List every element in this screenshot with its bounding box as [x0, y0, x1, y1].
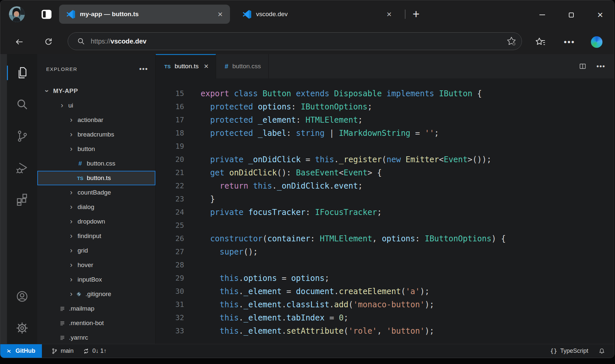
activity-extensions-icon[interactable] — [7, 184, 37, 215]
tree-item-mention-bot[interactable]: .mention-bot — [37, 316, 155, 330]
code-line-23[interactable]: 23 } — [156, 193, 614, 206]
line-number: 24 — [156, 206, 184, 219]
remote-indicator[interactable]: GitHub — [0, 344, 42, 358]
code-line-19[interactable]: 19 — [156, 140, 614, 153]
add-favorite-icon[interactable] — [506, 36, 517, 47]
tree-item-inputbox[interactable]: ›inputBox — [37, 272, 155, 287]
branch-label: main — [61, 348, 74, 354]
minimize-button[interactable] — [535, 8, 549, 21]
chevron-right-icon[interactable]: › — [68, 218, 75, 225]
close-icon[interactable]: × — [204, 62, 209, 70]
code-line-29[interactable]: 29 this.options = options; — [156, 272, 614, 285]
code-line-20[interactable]: 20 private _onDidClick = this._register(… — [156, 153, 614, 166]
maximize-button[interactable] — [565, 8, 578, 21]
split-editor-icon[interactable] — [579, 62, 587, 70]
tab-close-icon[interactable]: × — [385, 9, 393, 19]
code-line-15[interactable]: 15export class Button extends Disposable… — [156, 87, 614, 100]
chevron-right-icon[interactable]: › — [68, 189, 75, 196]
tree-item-button.ts[interactable]: TSbutton.ts — [37, 171, 155, 185]
line-number: 18 — [156, 127, 184, 140]
copilot-icon[interactable] — [591, 36, 602, 48]
code-line-25[interactable]: 25 — [156, 219, 614, 232]
code-line-24[interactable]: 24 private focusTracker: IFocusTracker; — [156, 206, 614, 219]
url-text[interactable]: https://vscode.dev — [91, 38, 146, 45]
close-window-button[interactable]: × — [594, 8, 607, 21]
chevron-right-icon[interactable]: › — [68, 261, 75, 269]
code-line-text: this.options = options; — [201, 272, 329, 285]
code-line-30[interactable]: 30 this._element = document.createElemen… — [156, 285, 614, 298]
code-line-21[interactable]: 21 get onDidClick(): BaseEvent<Event> { — [156, 166, 614, 179]
language-indicator[interactable]: {} TypeScript — [550, 348, 588, 354]
tree-item-my-app[interactable]: ›MY-APP — [37, 84, 155, 98]
favorites-icon[interactable] — [534, 35, 547, 48]
file-file-icon — [58, 334, 66, 341]
tree-item-dialog[interactable]: ›dialog — [37, 200, 155, 214]
tree-item-dropdown[interactable]: ›dropdown — [37, 214, 155, 229]
tree-item-mailmap[interactable]: .mailmap — [37, 301, 155, 316]
tree-item-hover[interactable]: ›hover — [37, 258, 155, 272]
back-button[interactable] — [13, 35, 26, 48]
editor-tab-button-ts[interactable]: TS button.ts × — [156, 54, 216, 78]
code-line-26[interactable]: 26 constructor(container: HTMLElement, o… — [156, 232, 614, 245]
chevron-down-icon[interactable]: › — [43, 87, 50, 95]
chevron-right-icon[interactable]: › — [68, 232, 75, 240]
tree-item-actionbar[interactable]: ›actionbar — [37, 113, 155, 127]
code-line-16[interactable]: 16 protected options: IButtonOptions; — [156, 100, 614, 113]
code-line-28[interactable]: 28 — [156, 258, 614, 272]
code-line-18[interactable]: 18 protected _label: string | IMarkdownS… — [156, 127, 614, 140]
activity-files-icon[interactable] — [7, 57, 37, 89]
code-line-17[interactable]: 17 protected _element: HTMLElement; — [156, 113, 614, 127]
search-icon — [77, 37, 85, 46]
workspaces-icon[interactable] — [39, 7, 54, 21]
sync-indicator[interactable]: 0↓ 1↑ — [83, 348, 107, 354]
tree-item-breadcrumbs[interactable]: ›breadcrumbs — [37, 127, 155, 142]
tab-close-icon[interactable]: × — [216, 9, 224, 19]
code-line-32[interactable]: 32 this._element.tabIndex = 0; — [156, 311, 614, 324]
line-number: 20 — [156, 153, 184, 166]
address-bar[interactable]: https://vscode.dev — [68, 32, 522, 50]
chevron-right-icon[interactable]: › — [68, 247, 75, 254]
activity-settings-icon[interactable] — [7, 312, 37, 344]
chevron-right-icon[interactable]: › — [68, 276, 75, 283]
chevron-right-icon[interactable]: › — [68, 145, 75, 153]
tree-item-button.css[interactable]: #button.css — [37, 156, 155, 171]
editor-tab-button-css[interactable]: # button.css — [216, 54, 269, 78]
chevron-right-icon[interactable]: › — [68, 131, 75, 138]
code-line-33[interactable]: 33 this._element.setAttribute('role', 'b… — [156, 324, 614, 338]
refresh-button[interactable] — [42, 35, 55, 48]
branch-indicator[interactable]: main — [51, 348, 74, 354]
code-line-22[interactable]: 22 return this._onDidClick.event; — [156, 179, 614, 193]
activity-source-control-icon[interactable] — [7, 120, 37, 152]
browser-menu-button[interactable]: ••• — [563, 35, 576, 48]
code-line-31[interactable]: 31 this._element.classList.add('monaco-b… — [156, 298, 614, 311]
activity-search-icon[interactable] — [7, 89, 37, 120]
tree-item-grid[interactable]: ›grid — [37, 243, 155, 258]
chevron-right-icon[interactable]: › — [68, 116, 75, 124]
profile-avatar[interactable] — [9, 6, 25, 22]
code-line-27[interactable]: 27 super(); — [156, 245, 614, 258]
editor-more-icon[interactable]: ••• — [597, 63, 605, 70]
tree-item-countbadge[interactable]: ›countBadge — [37, 185, 155, 200]
line-number: 19 — [156, 140, 184, 153]
tree-item-findinput[interactable]: ›findinput — [37, 229, 155, 243]
tree-item-ui[interactable]: ›ui — [37, 98, 155, 113]
browser-tab-my-app[interactable]: my-app — button.ts × — [59, 5, 230, 24]
activity-account-icon[interactable] — [7, 281, 37, 312]
code-line-text: } — [201, 193, 215, 206]
explorer-more-icon[interactable]: ••• — [139, 65, 148, 73]
chevron-right-icon[interactable]: › — [68, 290, 75, 298]
notifications-bell-icon[interactable] — [598, 348, 605, 355]
code-line-text: export class Button extends Disposable i… — [201, 87, 482, 100]
tree-item-yarnrc[interactable]: .yarnrc — [37, 330, 155, 344]
browser-tab-vscode-dev[interactable]: vscode.dev × — [235, 5, 399, 24]
code-editor[interactable]: 15export class Button extends Disposable… — [156, 78, 614, 344]
chevron-right-icon[interactable]: › — [58, 102, 66, 109]
tree-item-button[interactable]: ›button — [37, 142, 155, 156]
new-tab-button[interactable]: + — [409, 8, 423, 21]
activity-bar-bottom — [7, 281, 37, 344]
tree-item-gitignore[interactable]: ›.gitignore — [37, 287, 155, 301]
code-line-text: private focusTracker: IFocusTracker; — [201, 206, 382, 219]
activity-debug-icon[interactable] — [7, 152, 37, 184]
line-number: 25 — [156, 219, 184, 232]
chevron-right-icon[interactable]: › — [68, 203, 75, 211]
